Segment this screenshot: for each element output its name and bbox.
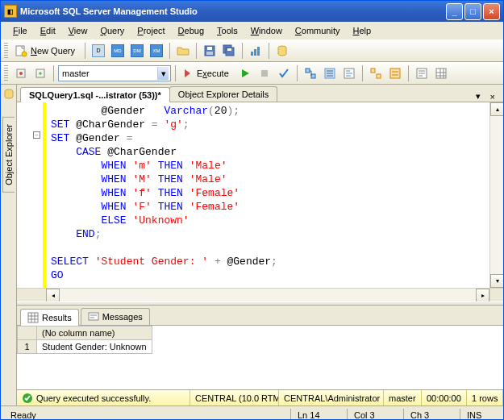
fold-toggle[interactable]: − — [33, 131, 40, 139]
results-tab-label: Results — [42, 313, 72, 322]
scroll-up-button[interactable]: ▴ — [490, 102, 503, 116]
svg-point-13 — [19, 72, 23, 75]
change-connection-button[interactable] — [31, 64, 49, 82]
row-header[interactable]: 1 — [18, 340, 37, 354]
query-status-bar: Query executed successfully. CENTRAL (10… — [17, 389, 503, 405]
svg-rect-4 — [206, 52, 213, 55]
sidebar: Object Explorer — [1, 85, 17, 405]
include-plan-button[interactable] — [367, 64, 385, 82]
svg-point-1 — [22, 52, 27, 56]
svg-rect-9 — [254, 49, 256, 56]
query-status-msg: Query executed successfully. — [36, 393, 151, 403]
toolbar-gripper[interactable] — [4, 43, 8, 59]
scroll-down-button[interactable]: ▾ — [490, 274, 503, 288]
query-options-button[interactable] — [321, 64, 339, 82]
save-all-icon — [223, 44, 235, 57]
results-grid-button[interactable] — [432, 64, 450, 82]
intellisense-icon — [343, 67, 356, 80]
success-icon — [22, 393, 33, 404]
results-text-button[interactable] — [413, 64, 431, 82]
estimated-plan-button[interactable] — [302, 64, 319, 82]
menu-project[interactable]: Project — [131, 24, 170, 37]
menu-view[interactable]: View — [63, 24, 94, 37]
document-tabs: SQLQuery1.sql -...istrator (53))* Object… — [17, 85, 503, 102]
grid-cell[interactable]: Student Gender: Unknown — [37, 340, 152, 354]
new-query-label: New Query — [27, 46, 78, 56]
menu-file[interactable]: File — [7, 24, 33, 37]
mdx-query-button[interactable]: MD — [109, 42, 127, 60]
menu-window[interactable]: Window — [245, 24, 288, 37]
status-rows: 1 rows — [467, 390, 503, 405]
save-all-button[interactable] — [220, 42, 238, 60]
execute-button[interactable]: Execute — [180, 64, 235, 82]
results-tab[interactable]: Results — [20, 309, 79, 326]
svg-rect-27 — [89, 313, 98, 320]
servers-icon — [276, 44, 289, 57]
obj-explorer-tab[interactable]: Object Explorer — [2, 117, 15, 193]
code-area[interactable]: @Gender Varchar(20);SET @CharGender = 'g… — [46, 102, 489, 288]
save-button[interactable] — [201, 42, 219, 60]
menu-query[interactable]: Query — [94, 24, 130, 37]
column-header[interactable]: (No column name) — [37, 326, 152, 340]
chart-icon — [249, 44, 262, 57]
tab-object-details[interactable]: Object Explorer Details — [169, 86, 278, 102]
svg-rect-20 — [371, 69, 375, 73]
debug-button[interactable] — [236, 64, 254, 82]
intellisense-button[interactable] — [340, 64, 358, 82]
de-query-button[interactable]: D — [90, 42, 107, 60]
dmx-query-button[interactable]: DM — [128, 42, 146, 60]
menu-help[interactable]: Help — [348, 24, 377, 37]
code-editor[interactable]: − @Gender Varchar(20);SET @CharGender = … — [17, 102, 503, 288]
status-db: master — [384, 390, 422, 405]
new-query-icon — [15, 44, 27, 57]
activity-monitor-button[interactable] — [247, 42, 264, 60]
xmla-query-button[interactable]: XM — [148, 42, 165, 60]
menu-community[interactable]: Community — [289, 24, 346, 37]
toolbar-gripper[interactable] — [4, 65, 8, 81]
database-combo[interactable]: master ▾ — [58, 65, 171, 81]
editor-margin: − — [17, 102, 46, 288]
results-grid[interactable]: (No column name) 1 Student Gender: Unkno… — [17, 326, 503, 389]
menu-edit[interactable]: Edit — [35, 24, 61, 37]
results-grid-icon — [27, 312, 39, 323]
menu-debug[interactable]: Debug — [173, 24, 210, 37]
connect-button[interactable] — [12, 64, 30, 82]
menu-tools[interactable]: Tools — [211, 24, 244, 37]
app-icon: ◧ — [4, 5, 17, 18]
include-plan-icon — [369, 67, 382, 80]
svg-rect-26 — [28, 313, 38, 322]
tab-sqlquery1[interactable]: SQLQuery1.sql -...istrator (53))* — [20, 87, 170, 102]
change-conn-icon — [34, 67, 47, 80]
mdx-icon: MD — [111, 44, 124, 57]
vertical-scrollbar[interactable]: ▴ ▾ — [489, 102, 503, 288]
tab-close-button[interactable]: × — [485, 92, 500, 102]
svg-rect-3 — [207, 47, 212, 50]
svg-rect-22 — [390, 69, 400, 78]
scroll-left-button[interactable]: ◂ — [46, 289, 60, 302]
include-stats-button[interactable] — [386, 64, 404, 82]
status-ch: Ch 3 — [403, 409, 460, 421]
obj-explorer-icon[interactable] — [2, 88, 15, 101]
open-file-button[interactable] — [174, 42, 192, 60]
scroll-right-button[interactable]: ▸ — [476, 289, 489, 302]
messages-tab[interactable]: Messages — [81, 308, 150, 325]
stop-button[interactable] — [256, 64, 273, 82]
options-icon — [323, 67, 336, 80]
status-server: CENTRAL (10.0 RTM) — [190, 390, 279, 405]
maximize-button[interactable]: □ — [464, 3, 481, 20]
open-folder-icon — [177, 44, 190, 57]
text-icon — [415, 67, 428, 80]
window-title: Microsoft SQL Server Management Studio — [20, 6, 446, 16]
new-query-button[interactable]: New Query — [12, 42, 81, 60]
main-status-bar: Ready Ln 14 Col 3 Ch 3 INS — [1, 405, 503, 420]
close-button[interactable]: × — [483, 3, 500, 20]
plan-icon — [304, 67, 317, 80]
status-ready: Ready — [4, 409, 290, 421]
tab-overflow-button[interactable]: ▾ — [471, 91, 485, 102]
grid-icon — [435, 67, 448, 80]
minimize-button[interactable]: _ — [446, 3, 463, 20]
save-icon — [203, 44, 216, 57]
horizontal-scrollbar[interactable]: ◂ ▸ — [17, 288, 503, 301]
registered-servers-button[interactable] — [273, 42, 291, 60]
parse-button[interactable] — [275, 64, 293, 82]
